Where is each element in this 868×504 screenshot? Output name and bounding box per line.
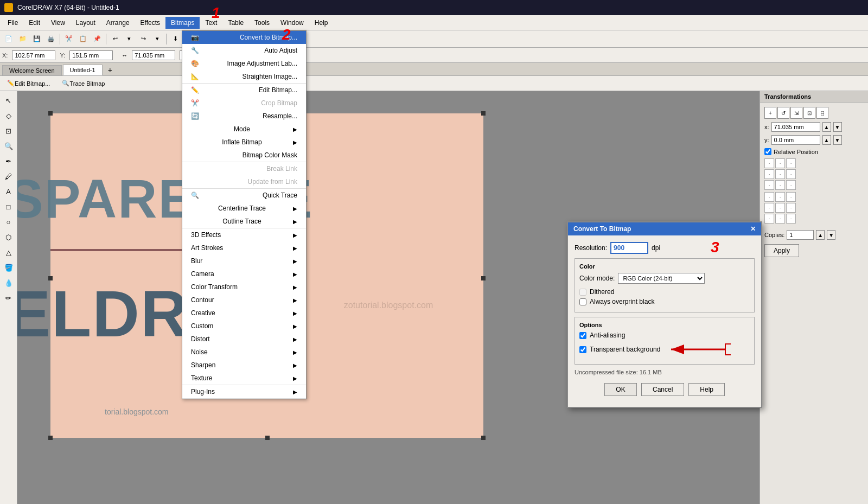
menu-table[interactable]: Table [222, 17, 249, 29]
shape-tool[interactable]: ◇ [2, 109, 16, 123]
edit-bitmap-btn[interactable]: ✏️ Edit Bitmap... [2, 77, 55, 90]
menu-centerline-trace[interactable]: Centerline Trace ▶ [182, 202, 306, 215]
always-overprint-checkbox[interactable] [579, 298, 586, 305]
handle-bm[interactable] [265, 436, 270, 440]
pos2-br[interactable]: · [786, 214, 796, 224]
menu-edit[interactable]: Edit [23, 17, 46, 29]
menu-tools[interactable]: Tools [249, 17, 275, 29]
color-mode-select[interactable]: RGB Color (24-bit) CMYK Color (32-bit) G… [618, 273, 705, 284]
x-value-input[interactable] [771, 122, 820, 132]
w-input[interactable] [132, 50, 175, 60]
select-tool[interactable]: ↖ [2, 93, 16, 107]
tab-untitled1[interactable]: Untitled-1 [63, 65, 103, 75]
open-btn[interactable]: 📁 [16, 33, 29, 46]
tab-add-btn[interactable]: + [104, 65, 117, 75]
cut-btn[interactable]: ✂️ [62, 33, 75, 46]
x-input[interactable] [12, 50, 55, 60]
ellipse-tool[interactable]: ○ [2, 215, 16, 229]
menu-auto-adjust[interactable]: 🔧 Auto Adjust [182, 44, 306, 57]
menu-distort[interactable]: Distort ▶ [182, 333, 306, 346]
undo-btn[interactable]: ↩ [108, 33, 122, 46]
pos-br[interactable]: · [786, 180, 796, 190]
y-value-input[interactable] [771, 135, 820, 145]
y-spinner-down[interactable]: ▼ [833, 135, 842, 145]
redo-arrow[interactable]: ▾ [151, 33, 164, 46]
fill-tool[interactable]: 🪣 [2, 260, 16, 275]
handle-tr[interactable] [481, 111, 486, 116]
freehand-tool[interactable]: ✒ [2, 154, 16, 168]
handle-bl[interactable] [48, 436, 53, 440]
menu-bitmaps[interactable]: Bitmaps [165, 17, 200, 29]
apply-btn[interactable]: Apply [764, 244, 799, 257]
menu-creative[interactable]: Creative ▶ [182, 307, 306, 320]
transform-size[interactable]: ⊡ [803, 107, 815, 119]
menu-layout[interactable]: Layout [71, 17, 101, 29]
menu-window[interactable]: Window [275, 17, 309, 29]
pos2-bl[interactable]: · [764, 214, 774, 224]
pos-mm[interactable]: · [775, 169, 785, 179]
copy-btn[interactable]: 📋 [76, 33, 90, 46]
menu-view[interactable]: View [46, 17, 71, 29]
menu-image-adjustment-lab[interactable]: 🎨 Image Adjustment Lab... [182, 57, 306, 70]
crop-tool[interactable]: ⊡ [2, 124, 16, 138]
resolution-input[interactable] [610, 242, 648, 254]
pos2-tr[interactable]: · [786, 192, 796, 202]
menu-inflate-bitmap[interactable]: Inflate Bitmap ▶ [182, 136, 306, 149]
pos-tm[interactable]: · [775, 158, 785, 168]
anti-aliasing-checkbox[interactable] [579, 332, 586, 339]
zoom-tool[interactable]: 🔍 [2, 139, 16, 153]
pos2-tl[interactable]: · [764, 192, 774, 202]
pos-bm[interactable]: · [775, 180, 785, 190]
menu-edit-bitmap[interactable]: ✏️ Edit Bitmap... [182, 84, 306, 97]
menu-bitmap-color-mask[interactable]: Bitmap Color Mask [182, 149, 306, 162]
paste-btn[interactable]: 📌 [91, 33, 104, 46]
transform-skew[interactable]: ⌸ [816, 107, 828, 119]
save-btn[interactable]: 💾 [30, 33, 43, 46]
rectangle-tool[interactable]: □ [2, 200, 16, 214]
pos2-tm[interactable]: · [775, 192, 785, 202]
import-btn[interactable]: ⬇ [169, 33, 182, 46]
print-btn[interactable]: 🖨️ [44, 33, 58, 46]
menu-blur[interactable]: Blur ▶ [182, 254, 306, 267]
trace-bitmap-btn[interactable]: 🔍 Trace Bitmap [57, 77, 110, 90]
relative-pos-checkbox[interactable] [764, 148, 771, 155]
x-spinner-up[interactable]: ▲ [822, 122, 831, 132]
text-tool[interactable]: A [2, 184, 16, 199]
dialog-close-btn[interactable]: ✕ [750, 225, 756, 233]
pos2-ml[interactable]: · [764, 203, 774, 213]
transform-rotate[interactable]: ↺ [777, 107, 789, 119]
y-input[interactable] [69, 50, 113, 60]
menu-straighten-image[interactable]: 📐 Straighten Image... [182, 70, 306, 83]
pos-ml[interactable]: · [764, 169, 774, 179]
help-btn[interactable]: Help [688, 383, 725, 396]
menu-resample[interactable]: 🔄 Resample... [182, 110, 306, 123]
menu-file[interactable]: File [2, 17, 23, 29]
menu-noise[interactable]: Noise ▶ [182, 346, 306, 359]
outline-tool[interactable]: ✏ [2, 291, 16, 305]
transform-position[interactable]: + [764, 107, 776, 119]
menu-3d-effects[interactable]: 3D Effects ▶ [182, 228, 306, 241]
basic-shapes[interactable]: △ [2, 245, 16, 259]
copies-spinner-up[interactable]: ▲ [816, 230, 825, 240]
menu-arrange[interactable]: Arrange [101, 17, 135, 29]
transparent-bg-checkbox[interactable] [579, 346, 586, 353]
menu-camera[interactable]: Camera ▶ [182, 267, 306, 280]
dithered-checkbox[interactable] [579, 289, 586, 296]
eyedropper-tool[interactable]: 💧 [2, 276, 16, 290]
y-spinner-up[interactable]: ▲ [822, 135, 831, 145]
pos-tl[interactable]: · [764, 158, 774, 168]
transform-scale[interactable]: ⇲ [790, 107, 802, 119]
menu-sharpen[interactable]: Sharpen ▶ [182, 359, 306, 372]
menu-effects[interactable]: Effects [135, 17, 165, 29]
menu-color-transform[interactable]: Color Transform ▶ [182, 280, 306, 294]
undo-arrow[interactable]: ▾ [123, 33, 136, 46]
cancel-btn[interactable]: Cancel [641, 383, 684, 396]
pos2-mr[interactable]: · [786, 203, 796, 213]
pos2-mm[interactable]: · [775, 203, 785, 213]
menu-custom[interactable]: Custom ▶ [182, 320, 306, 333]
polygon-tool[interactable]: ⬡ [2, 230, 16, 244]
handle-tl[interactable] [48, 111, 53, 116]
pos-mr[interactable]: · [786, 169, 796, 179]
menu-quick-trace[interactable]: 🔍 Quick Trace [182, 189, 306, 202]
pen-tool[interactable]: 🖊 [2, 169, 16, 183]
